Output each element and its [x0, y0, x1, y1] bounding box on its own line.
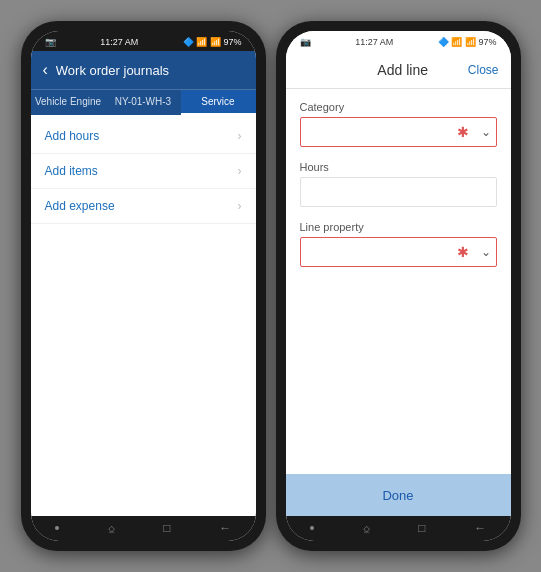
hours-input[interactable] [300, 177, 497, 207]
close-button[interactable]: Close [468, 63, 499, 77]
menu-item-add-expense[interactable]: Add expense › [31, 189, 256, 224]
add-line-header: Add line Close [286, 51, 511, 89]
nav-recent-2[interactable]: ⎐ [363, 521, 370, 535]
add-line-title: Add line [338, 62, 468, 78]
status-time-1: 11:27 AM [100, 37, 138, 47]
nav-bar-2: ⎐ □ ← [286, 516, 511, 541]
menu-label-add-expense: Add expense [45, 199, 115, 213]
tab-row-1: Vehicle Engine NY-01-WH-3 Service [31, 89, 256, 115]
menu-label-add-hours: Add hours [45, 129, 100, 143]
status-icons-1: 🔷 📶 📶 97% [183, 37, 242, 47]
phone-1-screen: 📷 11:27 AM 🔷 📶 📶 97% ‹ Work order journa… [31, 31, 256, 541]
phone-2-screen: 📷 11:27 AM 🔷 📶 📶 97% Add line Close Cate… [286, 31, 511, 541]
status-time-2: 11:27 AM [355, 37, 393, 47]
status-bar-2: 📷 11:27 AM 🔷 📶 📶 97% [286, 31, 511, 51]
category-dropdown-icon[interactable]: ⌄ [481, 125, 491, 139]
phone-2: 📷 11:27 AM 🔷 📶 📶 97% Add line Close Cate… [276, 21, 521, 551]
menu-label-add-items: Add items [45, 164, 98, 178]
nav-bar-1: ⎐ □ ← [31, 516, 256, 541]
category-input-wrapper: ✱ ⌄ [300, 117, 497, 147]
status-bar-1: 📷 11:27 AM 🔷 📶 📶 97% [31, 31, 256, 51]
nav-dot-1 [55, 526, 59, 530]
status-icons-2: 🔷 📶 📶 97% [438, 37, 497, 47]
hours-input-wrapper [300, 177, 497, 207]
tab-workorder-id[interactable]: NY-01-WH-3 [106, 90, 181, 115]
app-header-1: ‹ Work order journals [31, 51, 256, 89]
nav-recent-1[interactable]: ⎐ [108, 521, 115, 535]
header-title-1: Work order journals [56, 63, 169, 78]
done-bar[interactable]: Done [286, 474, 511, 516]
done-button[interactable]: Done [382, 488, 413, 503]
category-group: Category ✱ ⌄ [300, 101, 497, 147]
line-property-input-wrapper: ✱ ⌄ [300, 237, 497, 267]
chevron-add-hours: › [238, 129, 242, 143]
nav-back-1[interactable]: ← [219, 521, 231, 535]
menu-item-add-items[interactable]: Add items › [31, 154, 256, 189]
line-property-required-icon: ✱ [457, 244, 469, 260]
category-label: Category [300, 101, 497, 113]
line-property-group: Line property ✱ ⌄ [300, 221, 497, 267]
status-left-2: 📷 [300, 37, 311, 47]
tab-service[interactable]: Service [181, 90, 256, 115]
hours-label: Hours [300, 161, 497, 173]
phones-container: 📷 11:27 AM 🔷 📶 📶 97% ‹ Work order journa… [21, 21, 521, 551]
menu-list-1: Add hours › Add items › Add expense › [31, 115, 256, 318]
status-left-1: 📷 [45, 37, 56, 47]
tab-vehicle-engine[interactable]: Vehicle Engine [31, 90, 106, 115]
line-property-label: Line property [300, 221, 497, 233]
chevron-add-expense: › [238, 199, 242, 213]
nav-dot-2 [310, 526, 314, 530]
phone-1: 📷 11:27 AM 🔷 📶 📶 97% ‹ Work order journa… [21, 21, 266, 551]
back-button-1[interactable]: ‹ [43, 61, 48, 79]
nav-back-2[interactable]: ← [474, 521, 486, 535]
menu-item-add-hours[interactable]: Add hours › [31, 119, 256, 154]
hours-group: Hours [300, 161, 497, 207]
line-property-dropdown-icon[interactable]: ⌄ [481, 245, 491, 259]
nav-home-1[interactable]: □ [163, 521, 170, 535]
chevron-add-items: › [238, 164, 242, 178]
form-body: Category ✱ ⌄ Hours Line proper [286, 89, 511, 474]
nav-home-2[interactable]: □ [418, 521, 425, 535]
category-required-icon: ✱ [457, 124, 469, 140]
